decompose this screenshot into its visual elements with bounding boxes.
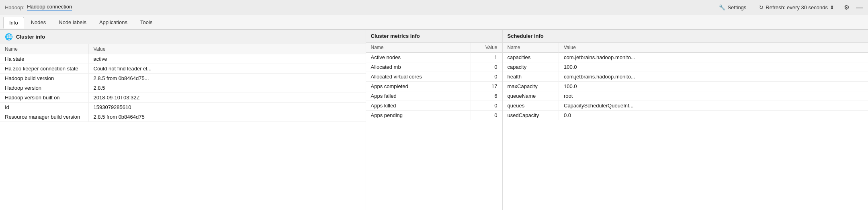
table-row: Hadoop version 2.8.5 [0,83,366,93]
globe-icon: 🌐 [5,33,13,41]
cluster-info-table: Name Value Ha state active Ha zoo keeper… [0,44,366,122]
cluster-info-scroll[interactable]: Name Value Ha state active Ha zoo keeper… [0,44,366,210]
cell-value: 2.8.5 from 0b8464d75... [88,74,366,83]
connection-tab[interactable]: Hadoop connection [27,4,72,11]
table-row: capacities com.jetbrains.hadoop.monito..… [503,53,868,62]
tab-info[interactable]: Info [3,17,24,29]
cluster-metrics-scroll[interactable]: Name Value Active nodes 1 Allocated mb 0… [366,43,502,210]
title-prefix: Hadoop: [5,4,25,10]
cell-value: 0 [471,111,502,120]
cell-name: queueName [503,91,559,101]
cluster-col-value: Value [88,44,366,54]
cell-value: 2018-09-10T03:32Z [88,93,366,103]
cluster-col-name: Name [0,44,88,54]
content-area: 🌐 Cluster info Name Value Ha state activ… [0,30,868,210]
chevron-icon: ⇕ [830,4,834,10]
gear-button[interactable]: ⚙ [844,4,850,11]
table-row: Resource manager build version 2.8.5 fro… [0,112,366,122]
scheduler-info-header: Scheduler info [503,30,868,43]
tab-node-labels[interactable]: Node labels [53,16,92,28]
cluster-metrics-header: Cluster metrics info [366,30,502,43]
table-row: Active nodes 1 [366,53,502,62]
cell-value: CapacitySchedulerQueueInf... [559,101,868,111]
minimize-button[interactable]: — [856,3,863,12]
cell-name: Active nodes [366,53,471,62]
cell-name: usedCapacity [503,111,559,120]
cell-value: 6 [471,91,502,101]
metrics-col-name: Name [366,43,471,53]
cell-name: Hadoop version built on [0,93,88,103]
cell-value: 0.0 [559,111,868,120]
tab-nodes[interactable]: Nodes [25,16,52,28]
scheduler-info-scroll[interactable]: Name Value capacities com.jetbrains.hado… [503,43,868,210]
scheduler-col-value: Value [559,43,868,53]
cell-name: Ha state [0,54,88,64]
table-row: Ha zoo keeper connection state Could not… [0,64,366,74]
cell-value: 0 [471,62,502,72]
cell-value: com.jetbrains.hadoop.monito... [559,53,868,62]
refresh-button[interactable]: ↻ Refresh: every 30 seconds ⇕ [756,3,837,12]
cell-name: health [503,72,559,82]
cell-value: 1593079285610 [88,103,366,112]
cell-value: root [559,91,868,101]
nav-tabs: Info Nodes Node labels Applications Tool… [0,15,868,30]
cell-name: Apps failed [366,91,471,101]
cell-name: Apps completed [366,82,471,91]
cluster-metrics-table: Name Value Active nodes 1 Allocated mb 0… [366,43,502,120]
cell-name: capacity [503,62,559,72]
cell-name: capacities [503,53,559,62]
cluster-info-section: 🌐 Cluster info Name Value Ha state activ… [0,30,366,210]
cell-value: 2.8.5 from 0b8464d75 [88,112,366,122]
cell-name: maxCapacity [503,82,559,91]
tab-tools[interactable]: Tools [134,16,158,28]
settings-label: Settings [727,4,746,10]
cell-name: Resource manager build version [0,112,88,122]
table-row: maxCapacity 100.0 [503,82,868,91]
cell-value: 0 [471,101,502,111]
metrics-col-value: Value [471,43,502,53]
table-row: health com.jetbrains.hadoop.monito... [503,72,868,82]
cell-name: Apps pending [366,111,471,120]
table-row: queues CapacitySchedulerQueueInf... [503,101,868,111]
table-row: Hadoop build version 2.8.5 from 0b8464d7… [0,74,366,83]
cell-value: active [88,54,366,64]
table-row: Apps pending 0 [366,111,502,120]
cell-name: queues [503,101,559,111]
refresh-label: Refresh: every 30 seconds [766,4,828,10]
cell-value: 100.0 [559,62,868,72]
tab-applications[interactable]: Applications [93,16,133,28]
cell-value: 17 [471,82,502,91]
cluster-metrics-thead: Name Value [366,43,502,53]
cell-value: 2.8.5 [88,83,366,93]
table-row: queueName root [503,91,868,101]
table-row: Id 1593079285610 [0,103,366,112]
cell-value: Could not find leader el... [88,64,366,74]
refresh-icon: ↻ [759,4,764,10]
scheduler-info-table: Name Value capacities com.jetbrains.hado… [503,43,868,120]
cell-value: 0 [471,72,502,82]
cluster-info-body: Ha state active Ha zoo keeper connection… [0,54,366,122]
cluster-info-header: 🌐 Cluster info [0,30,366,44]
scheduler-col-name: Name [503,43,559,53]
cluster-info-title: Cluster info [16,34,45,40]
scheduler-info-body: capacities com.jetbrains.hadoop.monito..… [503,53,868,120]
cell-name: Allocated mb [366,62,471,72]
cell-name: Hadoop version [0,83,88,93]
table-row: Apps killed 0 [366,101,502,111]
scheduler-info-title: Scheduler info [508,33,544,39]
title-bar: Hadoop: Hadoop connection 🔧 Settings ↻ R… [0,0,868,15]
cell-value: com.jetbrains.hadoop.monito... [559,72,868,82]
scheduler-info-thead: Name Value [503,43,868,53]
table-row: Allocated mb 0 [366,62,502,72]
cell-name: Hadoop build version [0,74,88,83]
title-bar-left: Hadoop: Hadoop connection [5,4,72,11]
cluster-metrics-body: Active nodes 1 Allocated mb 0 Allocated … [366,53,502,120]
cluster-metrics-section: Cluster metrics info Name Value Active n… [366,30,503,210]
cell-name: Ha zoo keeper connection state [0,64,88,74]
cell-name: Id [0,103,88,112]
cluster-info-thead: Name Value [0,44,366,54]
table-row: usedCapacity 0.0 [503,111,868,120]
table-row: Apps completed 17 [366,82,502,91]
settings-button[interactable]: 🔧 Settings [716,3,749,12]
wrench-icon: 🔧 [719,4,725,10]
